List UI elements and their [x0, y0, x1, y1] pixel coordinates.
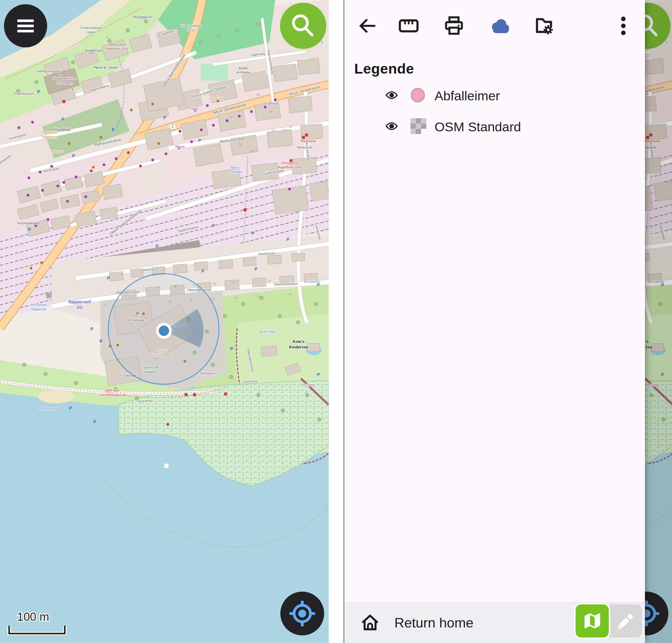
svg-text:Rapperswil: Rapperswil — [69, 300, 91, 304]
back-button[interactable] — [355, 14, 379, 38]
svg-text:Hochschule: Hochschule — [31, 303, 47, 306]
map-canvas[interactable]: PPPPPPPPPPPPPPPPPPPPPObere Bahnhofstrass… — [0, 0, 329, 643]
svg-text:Pfarrei St. Johann: Pfarrei St. Johann — [94, 66, 118, 69]
svg-text:Dolce Vita: Dolce Vita — [209, 97, 224, 100]
svg-text:36: 36 — [251, 149, 254, 153]
svg-text:P: P — [90, 327, 93, 331]
svg-text:P: P — [111, 128, 114, 132]
svg-text:P: P — [163, 115, 166, 120]
menu-button[interactable] — [4, 4, 47, 47]
svg-text:P: P — [28, 227, 31, 232]
location-marker — [108, 274, 219, 384]
cloud-button[interactable] — [488, 14, 512, 38]
svg-text:Falkenburg: Falkenburg — [42, 135, 57, 138]
svg-text:Rapperswil: Rapperswil — [31, 308, 46, 311]
svg-text:AMS Auto-: AMS Auto- — [106, 389, 120, 392]
overflow-menu-button[interactable] — [611, 14, 636, 38]
svg-text:18: 18 — [211, 297, 215, 300]
svg-text:P: P — [156, 244, 158, 249]
svg-text:P: P — [254, 267, 257, 271]
svg-text:Kinderzoo: Kinderzoo — [308, 280, 320, 283]
map-icon — [583, 611, 602, 631]
home-icon — [361, 613, 379, 633]
svg-text:6: 6 — [142, 270, 144, 273]
svg-text:Liebfrauenkapelle: Liebfrauenkapelle — [36, 70, 60, 73]
visibility-eye-icon[interactable] — [386, 122, 398, 132]
svg-text:43: 43 — [283, 128, 286, 131]
search-button[interactable] — [280, 3, 326, 49]
drawer-panel: Legende Abfalleimer — [344, 0, 645, 643]
svg-text:Polenmuseum: Polenmuseum — [15, 92, 34, 96]
svg-text:H&M: H&M — [191, 107, 198, 111]
svg-text:Kinderspielplatz: Kinderspielplatz — [81, 26, 102, 29]
svg-text:Pfahlbauerin: Pfahlbauerin — [200, 372, 216, 375]
svg-text:Arche Noah: Arche Noah — [260, 330, 276, 333]
legend-item-label[interactable]: Abfalleimer — [434, 88, 500, 104]
svg-text:P: P — [107, 276, 110, 281]
svg-text:SBB Personal: SBB Personal — [39, 407, 58, 410]
svg-text:P: P — [93, 419, 96, 424]
map-screen: PPPPPPPPPPPPPPPPPPPPPObere Bahnhofstrass… — [0, 0, 329, 643]
svg-text:im Prisma: im Prisma — [237, 71, 250, 74]
svg-text:Rosenklinik: Rosenklinik — [300, 139, 316, 143]
legend-item-osm-standard[interactable]: OSM Standard — [344, 113, 645, 141]
svg-text:Parkplatz: Parkplatz — [229, 170, 242, 173]
svg-text:Museggturm: Museggturm — [133, 15, 152, 19]
svg-text:Strandweg: Strandweg — [243, 379, 257, 384]
svg-text:Manor-: Manor- — [231, 166, 241, 169]
svg-text:Kinderzoo: Kinderzoo — [289, 345, 308, 349]
svg-text:P: P — [251, 231, 254, 235]
svg-text:Rapperswil-Jona: Rapperswil-Jona — [106, 47, 128, 50]
return-home-button[interactable]: Return home — [394, 615, 473, 631]
svg-text:2: 2 — [104, 303, 106, 306]
legend-item-label[interactable]: OSM Standard — [434, 120, 521, 134]
svg-text:Restaurant: Restaurant — [42, 131, 57, 134]
print-button[interactable] — [442, 14, 466, 38]
svg-text:21: 21 — [232, 281, 236, 284]
svg-text:P: P — [212, 223, 215, 228]
svg-text:Merkurhof: Merkurhof — [297, 146, 312, 149]
map-mode-button[interactable] — [576, 604, 609, 638]
svg-text:Manor: Manor — [175, 145, 185, 148]
project-settings-button[interactable] — [532, 14, 556, 38]
svg-text:8: 8 — [171, 125, 173, 129]
svg-text:P: P — [198, 138, 201, 143]
svg-text:Rathaus: Rathaus — [51, 150, 63, 153]
svg-text:44: 44 — [269, 110, 273, 113]
svg-text:Knie's: Knie's — [293, 339, 305, 344]
svg-text:P: P — [69, 405, 72, 410]
svg-text:Bubikerhaus: Bubikerhaus — [85, 49, 102, 52]
svg-text:P: P — [317, 372, 320, 377]
svg-text:Fischmarktplatz: Fischmarktplatz — [17, 221, 40, 225]
svg-text:45: 45 — [289, 125, 292, 128]
svg-text:und Motorradschule: und Motorradschule — [100, 393, 127, 397]
svg-text:P: P — [61, 117, 64, 122]
measure-ruler-icon — [399, 17, 419, 34]
svg-text:SG: SG — [76, 305, 83, 310]
measure-button[interactable] — [396, 14, 421, 38]
svg-text:3: 3 — [127, 378, 129, 382]
edit-mode-button[interactable] — [609, 604, 642, 638]
svg-text:34: 34 — [230, 115, 233, 119]
svg-text:P: P — [99, 339, 102, 343]
svg-text:Kinderspielplatz: Kinderspielplatz — [180, 24, 202, 27]
svg-text:P: P — [286, 237, 289, 242]
svg-text:P: P — [72, 153, 75, 158]
svg-text:22: 22 — [257, 294, 260, 298]
legend-item-abfalleimer[interactable]: Abfalleimer — [344, 82, 645, 110]
back-arrow-icon — [358, 16, 376, 35]
osm-map[interactable]: PPPPPPPPPPPPPPPPPPPPPObere Bahnhofstrass… — [0, 0, 329, 643]
gear — [544, 25, 553, 34]
cloud-icon — [489, 18, 511, 34]
svg-text:+: + — [71, 87, 74, 92]
drawer-screen: PPPPPPPPPPPPPPPPPPPPPObere Bahnhofstrass… — [344, 0, 672, 643]
svg-text:Kirche: Kirche — [239, 66, 248, 70]
svg-text:P: P — [201, 269, 204, 274]
legend-symbol-checker — [410, 118, 426, 135]
print-icon — [444, 16, 464, 36]
svg-text:23: 23 — [267, 279, 271, 282]
svg-text:Giessi: Giessi — [187, 28, 195, 32]
visibility-eye-icon[interactable] — [386, 90, 398, 101]
gps-button[interactable] — [280, 592, 324, 635]
svg-text:8: 8 — [163, 268, 165, 271]
